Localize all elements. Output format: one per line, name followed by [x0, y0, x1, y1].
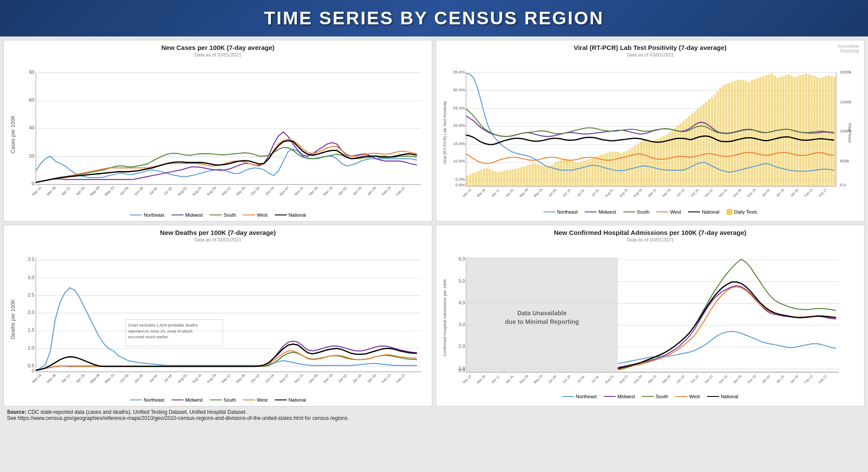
svg-rect-171: [768, 74, 770, 186]
chart-positivity-area: Viral (RT-PCR) Lab Test Positivity 35.0%…: [441, 59, 859, 206]
svg-text:0.5: 0.5: [28, 363, 35, 368]
svg-text:500k: 500k: [840, 158, 849, 163]
svg-rect-96: [554, 162, 556, 186]
incomplete-reporting-label: IncompleteReporting: [838, 44, 859, 53]
svg-rect-176: [782, 76, 784, 186]
svg-text:1500k: 1500k: [840, 99, 852, 104]
legend-south-pos: South: [623, 209, 650, 215]
svg-rect-142: [685, 119, 687, 186]
svg-text:Deaths per 100K: Deaths per 100K: [10, 299, 16, 339]
svg-rect-131: [654, 140, 656, 186]
chart-hospital-subtitle: Data as of 03/01/2021: [441, 237, 859, 242]
svg-text:Jun 20: Jun 20: [133, 373, 144, 384]
svg-text:Jul 18: Jul 18: [163, 186, 173, 196]
svg-text:2.5: 2.5: [28, 292, 35, 297]
svg-text:15.0%: 15.0%: [453, 141, 465, 146]
svg-text:Jan 30: Jan 30: [366, 185, 377, 196]
svg-rect-149: [705, 102, 707, 186]
svg-text:Jan 02: Jan 02: [761, 188, 771, 198]
svg-rect-85: [523, 166, 525, 186]
svg-rect-118: [617, 152, 619, 186]
svg-rect-134: [662, 136, 664, 186]
svg-text:Nov 07: Nov 07: [704, 374, 714, 384]
svg-text:3.0: 3.0: [28, 274, 35, 280]
svg-text:Sep 26: Sep 26: [661, 374, 671, 384]
svg-text:1.0: 1.0: [28, 345, 35, 350]
source-bar: Source: CDC state-reported data (cases a…: [0, 406, 868, 425]
svg-text:Jul 18: Jul 18: [591, 188, 600, 198]
svg-text:Jan 30: Jan 30: [366, 373, 377, 384]
svg-text:Feb 13: Feb 13: [381, 185, 392, 197]
chart-deaths-legend: Northeast Midwest South West National: [9, 397, 427, 403]
legend-daily-tests: Daily Tests: [727, 209, 757, 215]
svg-text:20: 20: [29, 153, 34, 158]
svg-rect-140: [680, 123, 682, 186]
svg-rect-132: [657, 139, 659, 186]
svg-rect-150: [708, 99, 710, 186]
svg-text:Jan 30: Jan 30: [789, 374, 799, 384]
chart-deaths: New Deaths per 100K (7-day average) Data…: [3, 225, 432, 406]
svg-text:Feb 13: Feb 13: [381, 373, 392, 384]
svg-text:Dec 05: Dec 05: [732, 374, 742, 384]
svg-text:Jan 16: Jan 16: [775, 188, 785, 198]
svg-text:Jan 02: Jan 02: [337, 185, 348, 196]
svg-rect-104: [577, 162, 579, 186]
svg-rect-75: [494, 172, 496, 186]
svg-text:0.0%: 0.0%: [455, 182, 465, 187]
svg-rect-105: [580, 162, 582, 186]
svg-rect-185: [808, 74, 810, 186]
svg-text:10.0%: 10.0%: [453, 158, 465, 163]
svg-rect-78: [503, 171, 505, 186]
svg-text:Feb 13: Feb 13: [803, 188, 813, 198]
svg-text:Sep 12: Sep 12: [220, 373, 232, 384]
svg-rect-151: [711, 97, 713, 186]
chart-deaths-area: Deaths per 100K 3.5 3.0 2.5 2.0 1.5 1.0 …: [9, 244, 427, 395]
svg-rect-178: [788, 74, 790, 186]
svg-rect-180: [793, 77, 796, 186]
svg-text:Dec 19: Dec 19: [746, 374, 756, 384]
charts-grid: New Cases per 100K (7-day average) Data …: [0, 36, 868, 406]
svg-text:Feb 27: Feb 27: [818, 374, 828, 384]
svg-rect-70: [480, 169, 483, 186]
chart-hospital-title: New Confirmed Hospital Admissions per 10…: [441, 229, 859, 236]
svg-rect-129: [648, 140, 651, 186]
svg-text:Apr 25: Apr 25: [75, 373, 86, 384]
svg-text:Jun 20: Jun 20: [562, 374, 572, 384]
chart-hospital-legend: Northeast Midwest South West National: [441, 394, 859, 399]
svg-text:May 09: May 09: [89, 185, 101, 197]
svg-text:Mar 28: Mar 28: [46, 185, 57, 197]
svg-text:Sep 26: Sep 26: [235, 373, 246, 384]
svg-rect-145: [694, 111, 696, 186]
svg-text:Cases per 100K: Cases per 100K: [10, 115, 16, 153]
svg-text:Jun 06: Jun 06: [547, 374, 557, 384]
svg-text:Sep 12: Sep 12: [220, 185, 232, 197]
chart-hospital: New Confirmed Hospital Admissions per 10…: [436, 225, 865, 406]
svg-text:5.0%: 5.0%: [455, 177, 465, 182]
svg-text:Nov 07: Nov 07: [704, 188, 714, 198]
svg-text:Aug 01: Aug 01: [604, 188, 614, 198]
svg-rect-163: [745, 81, 747, 186]
svg-rect-94: [549, 165, 551, 186]
chart-positivity-subtitle: Data as of 03/01/2021: [441, 52, 859, 57]
svg-text:Chart excludes 1,824 probable : Chart excludes 1,824 probable deaths: [128, 323, 198, 327]
svg-rect-186: [810, 75, 812, 186]
page-wrapper: TIME SERIES BY CENSUS REGION New Cases p…: [0, 0, 868, 425]
svg-rect-116: [611, 152, 613, 186]
svg-text:Aug 01: Aug 01: [604, 374, 614, 384]
svg-text:Mar 14: Mar 14: [462, 188, 472, 198]
svg-text:Jul 18: Jul 18: [163, 373, 173, 383]
svg-rect-72: [486, 168, 488, 186]
svg-rect-103: [574, 162, 576, 186]
svg-rect-82: [514, 169, 516, 186]
svg-rect-68: [475, 172, 477, 186]
svg-rect-111: [597, 156, 599, 186]
svg-text:Aug 29: Aug 29: [206, 373, 217, 384]
svg-text:Nov 21: Nov 21: [293, 373, 304, 384]
svg-text:Apr 25: Apr 25: [75, 185, 86, 196]
svg-rect-91: [540, 165, 542, 186]
svg-rect-157: [728, 83, 730, 186]
svg-text:Feb 27: Feb 27: [395, 373, 407, 384]
svg-rect-128: [645, 139, 648, 186]
svg-text:3.5: 3.5: [28, 257, 35, 262]
svg-rect-76: [497, 172, 500, 186]
